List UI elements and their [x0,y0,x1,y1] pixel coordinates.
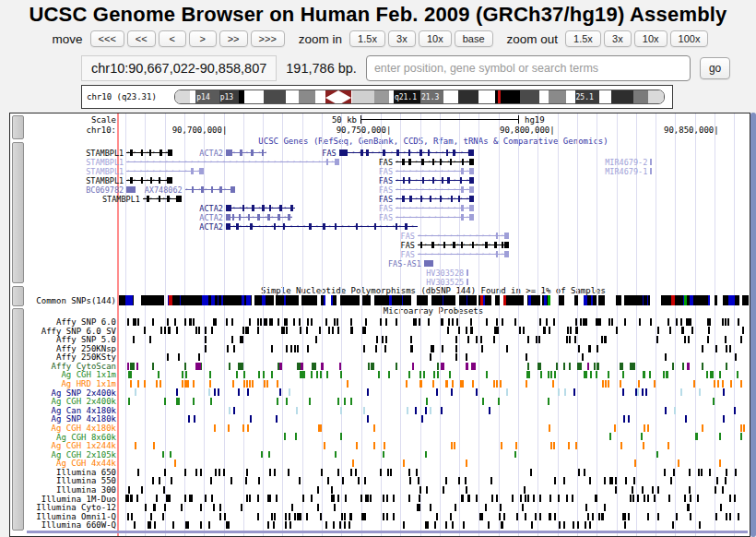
array-probe-tick[interactable] [737,371,738,378]
array-probe-tick[interactable] [193,380,195,388]
array-probe-tick[interactable] [174,318,176,326]
array-probe-tick[interactable] [697,495,699,502]
array-probe-tick[interactable] [276,495,278,502]
array-probe-tick[interactable] [604,504,606,511]
array-probe-tick[interactable] [549,327,550,334]
array-probe-tick[interactable] [738,513,739,520]
array-probe-tick[interactable] [656,451,658,459]
array-probe-tick[interactable] [699,521,701,529]
array-probe-tick[interactable] [249,380,251,388]
array-probe-tick[interactable] [501,442,502,449]
snp-bar[interactable] [368,295,371,305]
array-probe-tick[interactable] [355,469,357,476]
gene-label[interactable]: MIR4679-1 [605,167,647,176]
array-probe-tick[interactable] [230,477,232,484]
array-probe-tick[interactable] [433,371,435,378]
array-probe-tick[interactable] [335,451,337,459]
array-probe-tick[interactable] [719,371,721,378]
array-probe-tick[interactable] [376,336,378,343]
array-probe-tick[interactable] [246,469,248,476]
array-probe-tick[interactable] [299,318,301,326]
array-probe-tick[interactable] [246,380,248,388]
array-probe-tick[interactable] [476,388,478,396]
array-probe-tick[interactable] [605,380,607,388]
array-probe-tick[interactable] [647,424,649,432]
array-probe-tick[interactable] [421,415,423,423]
array-probe-tick[interactable] [333,521,335,529]
array-probe-tick[interactable] [219,504,221,511]
array-probe-tick[interactable] [257,513,259,520]
array-probe-tick[interactable] [708,327,710,334]
array-probe-tick[interactable] [585,318,586,326]
array-probe-tick[interactable] [742,327,744,334]
array-probe-tick[interactable] [150,513,152,520]
array-probe-tick[interactable] [181,504,183,511]
array-probe-tick[interactable] [611,477,613,484]
array-probe-tick[interactable] [187,521,189,529]
array-probe-tick[interactable] [663,371,665,378]
array-probe-tick[interactable] [193,398,195,405]
array-probe-tick[interactable] [306,327,308,334]
array-probe-tick[interactable] [370,495,372,502]
array-probe-tick[interactable] [587,513,589,520]
array-probe-tick[interactable] [302,495,304,502]
array-probe-tick[interactable] [385,336,387,343]
snp-bar[interactable] [297,295,299,305]
array-probe-tick[interactable] [412,363,414,370]
array-probe-tick[interactable] [149,521,151,529]
array-probe-tick[interactable] [243,371,245,378]
array-probe-tick[interactable] [643,371,644,378]
array-probe-tick[interactable] [190,318,192,326]
array-probe-tick[interactable] [657,486,659,494]
array-probe-tick[interactable] [450,513,452,520]
array-probe-tick[interactable] [625,477,627,484]
array-probe-tick[interactable] [360,495,362,502]
snp-bar[interactable] [708,295,710,305]
gene-body[interactable]: ›››››››››››››››››››››››››››››››››››››› [126,157,339,166]
array-probe-tick[interactable] [145,504,147,511]
array-probe-tick[interactable] [425,451,427,459]
array-probe-tick[interactable] [498,398,500,405]
array-probe-tick[interactable] [233,407,235,414]
array-probe-tick[interactable] [559,521,561,529]
array-probe-tick[interactable] [567,327,569,334]
array-probe-tick[interactable] [441,318,443,326]
array-probe-tick[interactable] [340,371,342,378]
array-probe-tick[interactable] [223,469,225,476]
array-probe-tick[interactable] [162,513,164,520]
array-probe-tick[interactable] [141,486,143,494]
array-probe-tick[interactable] [365,495,367,502]
array-probe-tick[interactable] [647,513,649,520]
array-probe-tick[interactable] [238,388,240,396]
array-probe-tick[interactable] [408,495,410,502]
zoom-out-button-0[interactable]: 1.5x [565,30,601,47]
array-probe-tick[interactable] [491,495,493,502]
gene-label[interactable]: ACTA2 [199,204,223,213]
array-probe-tick[interactable] [715,513,717,520]
array-probe-tick[interactable] [423,371,425,378]
array-probe-tick[interactable] [172,521,174,529]
array-probe-tick[interactable] [299,477,301,484]
array-probe-tick[interactable] [672,521,674,529]
array-probe-tick[interactable] [729,513,731,520]
array-probe-tick[interactable] [178,353,180,361]
array-probe-tick[interactable] [519,327,521,334]
array-probe-tick[interactable] [342,477,344,484]
array-probe-tick[interactable] [598,513,600,520]
array-probe-tick[interactable] [445,521,447,529]
array-probe-tick[interactable] [466,459,467,467]
gene-label[interactable]: HV303528 [426,268,464,278]
array-probe-tick[interactable] [589,477,591,484]
array-probe-tick[interactable] [470,327,472,334]
array-probe-tick[interactable] [156,380,158,388]
array-probe-tick[interactable] [548,398,549,405]
array-probe-tick[interactable] [340,433,342,440]
array-probe-tick[interactable] [240,336,242,343]
array-probe-tick[interactable] [326,371,328,378]
array-probe-tick[interactable] [533,495,535,502]
array-probe-tick[interactable] [328,327,330,334]
array-probe-tick[interactable] [582,353,584,361]
array-probe-tick[interactable] [277,380,278,388]
array-probe-tick[interactable] [164,398,166,405]
array-probe-tick[interactable] [496,318,498,326]
